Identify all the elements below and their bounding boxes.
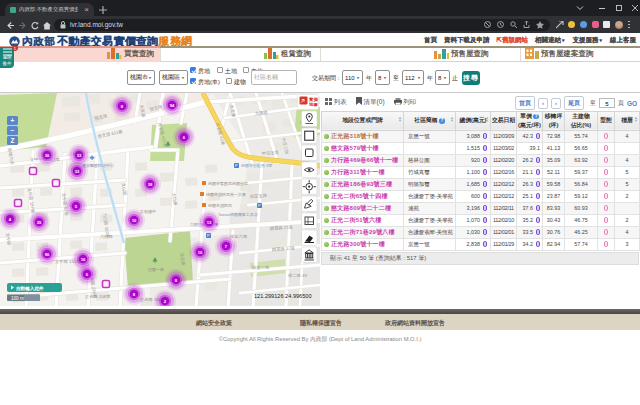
svg-text:33: 33	[75, 169, 80, 174]
svg-text:10: 10	[132, 218, 137, 223]
svg-text:16: 16	[81, 257, 86, 262]
svg-text:P: P	[235, 163, 238, 168]
svg-text:正光路 208巷: 正光路 208巷	[85, 294, 111, 299]
svg-text:地圖: 地圖	[308, 102, 318, 107]
svg-text:33: 33	[77, 153, 82, 158]
svg-text:35: 35	[37, 220, 42, 225]
svg-text:桃園市消防局: 桃園市消防局	[208, 203, 232, 208]
svg-text:−: −	[11, 127, 15, 134]
svg-text:10: 10	[198, 250, 203, 255]
svg-text:竹園一路: 竹園一路	[148, 267, 164, 272]
svg-text:Z: Z	[11, 137, 15, 144]
svg-text:桃園市消防局第一大隊: 桃園市消防局第一大隊	[206, 192, 246, 197]
svg-text:36: 36	[45, 153, 50, 158]
svg-text:實價: 實價	[309, 97, 318, 102]
svg-text:桃園市警察局桃園分局: 桃園市警察局桃園分局	[208, 181, 248, 186]
svg-text:38: 38	[148, 182, 153, 187]
svg-text:P: P	[207, 233, 210, 238]
svg-text:桃園市分駐所 4號: 桃園市分駐所 4號	[241, 163, 272, 168]
svg-text:13: 13	[207, 220, 212, 225]
svg-text:Tainan桃園機車工具店: Tainan桃園機車工具店	[218, 212, 258, 217]
svg-text:94: 94	[170, 103, 175, 108]
svg-text:保二路 49: 保二路 49	[288, 273, 307, 278]
svg-text:100 m: 100 m	[11, 296, 24, 301]
svg-text:保安二路: 保安二路	[252, 265, 270, 270]
svg-text:+: +	[11, 117, 15, 124]
svg-text:P: P	[258, 203, 261, 208]
svg-text:121.299126 24.996500: 121.299126 24.996500	[254, 293, 312, 299]
svg-text:96: 96	[45, 252, 50, 257]
